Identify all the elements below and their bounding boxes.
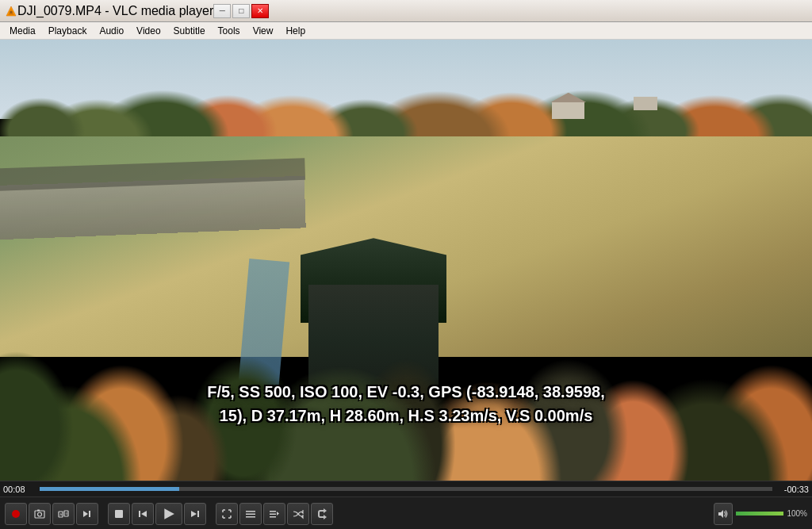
svg-rect-22 (270, 511, 276, 512)
window-controls: ─ □ ✕ (213, 4, 269, 18)
menu-video[interactable]: Video (130, 24, 167, 38)
snapshot-button[interactable] (29, 503, 51, 525)
svg-text:B: B (66, 512, 68, 516)
svg-rect-6 (37, 509, 40, 511)
svg-marker-18 (191, 511, 197, 517)
menu-media[interactable]: Media (3, 24, 42, 38)
time-remaining: -00:33 (776, 485, 809, 494)
svg-rect-19 (246, 511, 255, 512)
svg-point-3 (12, 510, 20, 518)
svg-rect-13 (115, 510, 123, 518)
vlc-logo-icon (5, 5, 17, 17)
svg-marker-26 (718, 510, 723, 518)
svg-rect-2 (10, 11, 13, 13)
fullscreen-icon (221, 508, 232, 519)
treeline-far (0, 75, 812, 145)
prev-track-button[interactable] (132, 503, 154, 525)
extended-icon (245, 508, 256, 519)
svg-point-5 (38, 512, 42, 516)
menu-subtitle[interactable]: Subtitle (167, 24, 212, 38)
title-bar: DJI_0079.MP4 - VLC media player ─ □ ✕ (0, 0, 812, 22)
svg-rect-24 (270, 516, 276, 518)
prev-track-icon (137, 508, 148, 519)
next-track-button[interactable] (184, 503, 206, 525)
loop-icon (316, 508, 327, 519)
random-button[interactable] (287, 503, 309, 525)
fullscreen-button[interactable] (216, 503, 238, 525)
volume-fill (736, 512, 783, 516)
volume-icon (718, 508, 729, 519)
stop-button[interactable] (108, 503, 130, 525)
stop-icon (113, 508, 124, 519)
playback-controls: A B (0, 496, 812, 529)
volume-area: 100% (714, 503, 807, 525)
volume-label: 100% (787, 509, 807, 518)
mute-button[interactable] (714, 503, 733, 525)
svg-marker-15 (141, 511, 147, 517)
next-track-icon (190, 508, 201, 519)
loop-ab-button[interactable]: A B (52, 503, 75, 525)
loop-ab-icon: A B (58, 508, 69, 519)
menu-audio[interactable]: Audio (93, 24, 130, 38)
frame-advance-button[interactable] (76, 503, 98, 525)
svg-rect-21 (246, 516, 255, 518)
svg-rect-14 (139, 511, 140, 517)
time-current: 00:08 (3, 485, 36, 494)
svg-marker-16 (164, 508, 174, 519)
extended-settings-button[interactable] (239, 503, 262, 525)
farm-building-1 (552, 102, 584, 119)
frame-advance-icon (82, 508, 93, 519)
svg-text:A: A (60, 512, 63, 516)
record-button[interactable] (5, 503, 27, 525)
play-icon (163, 508, 175, 520)
record-icon (10, 508, 21, 519)
menu-tools[interactable]: Tools (212, 24, 247, 38)
svg-rect-12 (89, 511, 90, 517)
restore-button[interactable]: □ (232, 4, 250, 18)
video-area[interactable]: F/5, SS 500, ISO 100, EV -0.3, GPS (-83.… (0, 40, 812, 481)
window-title: DJI_0079.MP4 - VLC media player (17, 4, 213, 18)
svg-rect-23 (270, 513, 276, 515)
svg-rect-17 (197, 511, 199, 517)
playlist-button[interactable] (263, 503, 285, 525)
progress-fill (40, 487, 179, 491)
shuffle-icon (293, 508, 304, 519)
svg-rect-4 (35, 511, 44, 518)
svg-marker-11 (83, 511, 88, 517)
snapshot-icon (34, 508, 45, 519)
loop-button[interactable] (311, 503, 333, 525)
playlist-icon (269, 508, 280, 519)
video-canvas: F/5, SS 500, ISO 100, EV -0.3, GPS (-83.… (0, 40, 812, 481)
play-pause-button[interactable] (155, 503, 182, 525)
menu-help[interactable]: Help (279, 24, 312, 38)
timeline-bar[interactable]: 00:08 -00:33 (0, 481, 812, 496)
close-button[interactable]: ✕ (251, 4, 269, 18)
progress-bar[interactable] (40, 487, 772, 491)
menu-view[interactable]: View (247, 24, 280, 38)
volume-slider[interactable] (736, 512, 783, 516)
subtitle-overlay: F/5, SS 500, ISO 100, EV -0.3, GPS (-83.… (0, 380, 812, 427)
menu-playback[interactable]: Playback (42, 24, 94, 38)
farm-building-2 (634, 97, 658, 110)
svg-rect-20 (246, 513, 255, 515)
minimize-button[interactable]: ─ (213, 4, 231, 18)
menu-bar: Media Playback Audio Video Subtitle Tool… (0, 22, 812, 40)
subtitle-text: F/5, SS 500, ISO 100, EV -0.3, GPS (-83.… (207, 383, 604, 424)
svg-marker-25 (277, 512, 279, 516)
